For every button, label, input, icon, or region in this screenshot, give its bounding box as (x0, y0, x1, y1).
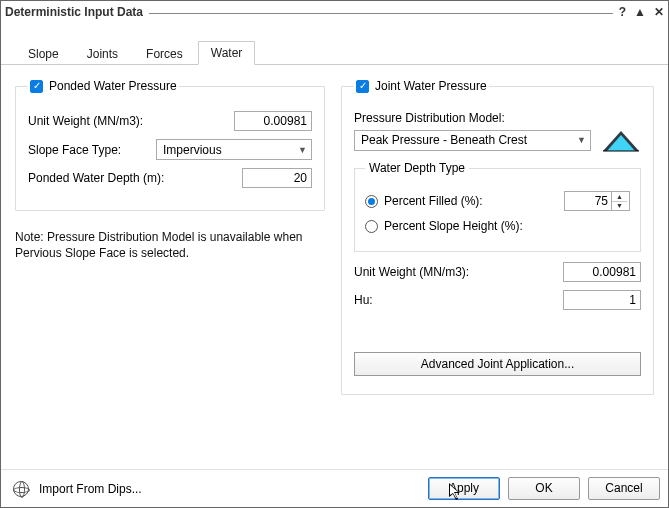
wedge-icon (601, 127, 641, 153)
slope-face-label: Slope Face Type: (28, 143, 146, 157)
ok-button[interactable]: OK (508, 477, 580, 500)
tab-strip: Slope Joints Forces Water (1, 23, 668, 65)
ponded-depth-input[interactable] (242, 168, 312, 188)
percent-filled-radio[interactable] (365, 195, 378, 208)
slope-face-select[interactable]: Impervious ▼ (156, 139, 312, 160)
joint-unit-weight-label: Unit Weight (MN/m3): (354, 265, 553, 279)
percent-filled-label: Percent Filled (%): (384, 194, 483, 208)
tab-forces[interactable]: Forces (133, 42, 196, 65)
pdm-value: Peak Pressure - Beneath Crest (361, 133, 527, 147)
help-icon[interactable]: ? (619, 5, 626, 19)
ponded-checkbox[interactable]: ✓ (30, 80, 43, 93)
ponded-depth-label: Ponded Water Depth (m): (28, 171, 232, 185)
apply-button[interactable]: Apply (428, 477, 500, 500)
joint-title: Joint Water Pressure (375, 79, 487, 93)
percent-slope-height-radio[interactable] (365, 220, 378, 233)
footer: Import From Dips... Apply OK Cancel (1, 469, 668, 507)
ponded-water-group: ✓ Ponded Water Pressure Unit Weight (MN/… (15, 79, 325, 211)
spinner-up-icon[interactable]: ▲ (612, 192, 627, 202)
water-depth-type-group: Water Depth Type Percent Filled (%): ▲ ▼ (354, 161, 641, 252)
cancel-button[interactable]: Cancel (588, 477, 660, 500)
tab-water[interactable]: Water (198, 41, 256, 65)
titlebar: Deterministic Input Data ? ▲ ✕ (1, 1, 668, 23)
ponded-unit-weight-input[interactable] (234, 111, 312, 131)
percent-filled-input[interactable] (565, 192, 611, 210)
chevron-down-icon: ▼ (577, 135, 586, 145)
tab-joints[interactable]: Joints (74, 42, 131, 65)
import-label: Import From Dips... (39, 482, 142, 496)
slope-face-value: Impervious (163, 143, 222, 157)
hu-label: Hu: (354, 293, 553, 307)
window-title: Deterministic Input Data (5, 5, 149, 19)
close-icon[interactable]: ✕ (654, 5, 664, 19)
import-from-dips-button[interactable]: Import From Dips... (9, 477, 152, 501)
ponded-unit-weight-label: Unit Weight (MN/m3): (28, 114, 224, 128)
joint-checkbox[interactable]: ✓ (356, 80, 369, 93)
hu-input[interactable] (563, 290, 641, 310)
wdt-title: Water Depth Type (365, 161, 469, 175)
percent-filled-spinner[interactable]: ▲ ▼ (564, 191, 630, 211)
tab-slope[interactable]: Slope (15, 42, 72, 65)
collapse-icon[interactable]: ▲ (634, 5, 646, 19)
spinner-down-icon[interactable]: ▼ (612, 202, 627, 211)
globe-icon (13, 481, 29, 497)
percent-slope-height-label: Percent Slope Height (%): (384, 219, 523, 233)
pdm-select[interactable]: Peak Pressure - Beneath Crest ▼ (354, 130, 591, 151)
note-text: Note: Pressure Distribution Model is una… (15, 229, 315, 261)
joint-unit-weight-input[interactable] (563, 262, 641, 282)
title-separator (149, 13, 613, 14)
chevron-down-icon: ▼ (298, 145, 307, 155)
pdm-label: Pressure Distribution Model: (354, 111, 641, 125)
advanced-joint-button[interactable]: Advanced Joint Application... (354, 352, 641, 376)
joint-water-group: ✓ Joint Water Pressure Pressure Distribu… (341, 79, 654, 395)
ponded-title: Ponded Water Pressure (49, 79, 177, 93)
